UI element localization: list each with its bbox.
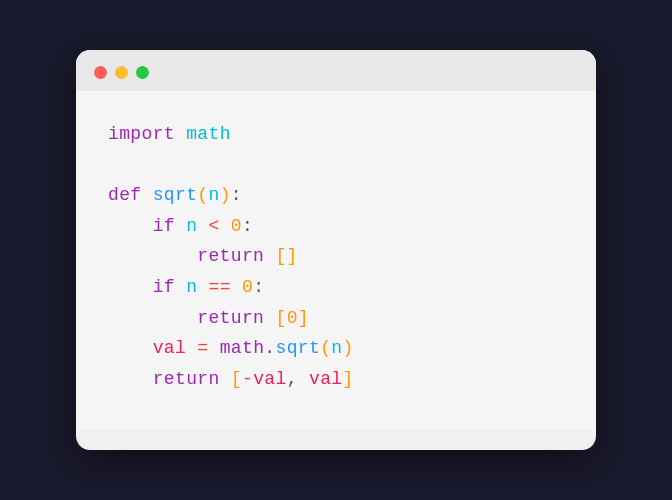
paren-open-2: ( [320,338,331,358]
keyword-return-1: return [197,246,264,266]
colon-3: : [253,277,264,297]
math-module-ref: math [220,338,265,358]
bracket-open: [ [231,369,242,389]
paren-open: ( [197,185,208,205]
paren-close: ) [220,185,231,205]
code-window: import math def sqrt(n): if n < 0: retur… [76,50,596,450]
op-assign: = [197,338,208,358]
op-lt: < [209,216,220,236]
module-math: math [186,124,231,144]
keyword-if-2: if [153,277,175,297]
line-return3: return [-val, val] [108,364,564,395]
keyword-import: import [108,124,175,144]
blank-line-1 [108,150,564,181]
num-0-1: 0 [231,216,242,236]
line-if1: if n < 0: [108,211,564,242]
dot-accessor: . [264,338,275,358]
num-0-3: 0 [287,308,298,328]
line-return1: return [] [108,241,564,272]
keyword-if-1: if [153,216,175,236]
num-0-2: 0 [242,277,253,297]
line-val: val = math.sqrt(n) [108,333,564,364]
colon-2: : [242,216,253,236]
comma-1: , [287,369,309,389]
keyword-def: def [108,185,142,205]
var-n-1: n [186,216,197,236]
op-eq: == [209,277,231,297]
line-return2: return [0] [108,303,564,334]
function-name: sqrt [153,185,198,205]
keyword-return-2: return [197,308,264,328]
var-val-neg: val [253,369,287,389]
line-if2: if n == 0: [108,272,564,303]
op-minus: - [242,369,253,389]
param-n: n [209,185,220,205]
list-zero: [0] [275,308,309,328]
var-val-pos: val [309,369,343,389]
titlebar [76,50,596,91]
fn-sqrt-call: sqrt [276,338,321,358]
maximize-button[interactable] [136,66,149,79]
var-n-2: n [186,277,197,297]
paren-close-2: ) [343,338,354,358]
var-val: val [153,338,187,358]
line-def: def sqrt(n): [108,180,564,211]
colon-1: : [231,185,242,205]
line-import: import math [108,119,564,150]
close-button[interactable] [94,66,107,79]
minimize-button[interactable] [115,66,128,79]
code-editor: import math def sqrt(n): if n < 0: retur… [76,91,596,430]
bracket-close: ] [342,369,353,389]
keyword-return-3: return [153,369,220,389]
empty-list-1: [] [275,246,297,266]
var-n-3: n [331,338,342,358]
